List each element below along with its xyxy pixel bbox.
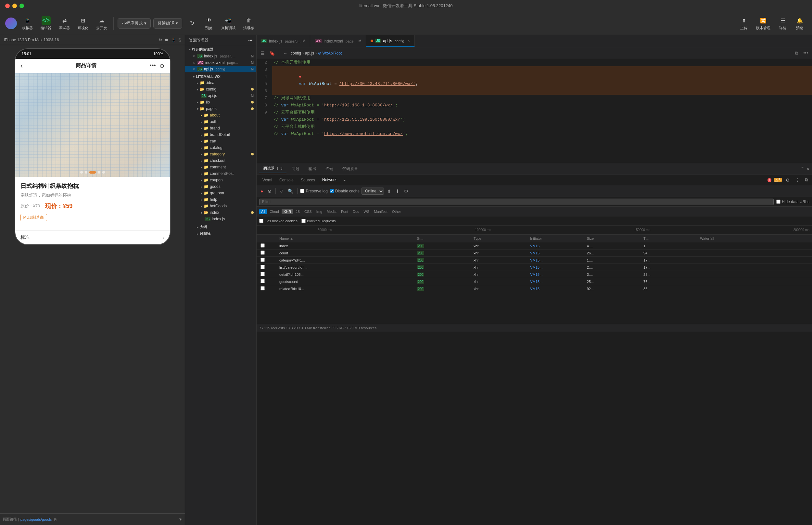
filter-css[interactable]: CSS	[302, 209, 314, 214]
close-icon[interactable]: ×	[408, 39, 410, 43]
net-row-goodscount[interactable]: goodscount 200 xhr VM15... 25... 76...	[257, 278, 812, 285]
folder-catalog[interactable]: ▸ 📁 catalog	[185, 145, 256, 151]
cloud-tool-button[interactable]: ☁ 云开发	[93, 15, 110, 32]
filter-icon[interactable]: ▽	[278, 188, 285, 194]
close-button[interactable]	[5, 3, 10, 8]
initiator-link[interactable]: VM15...	[530, 244, 542, 248]
filter-all[interactable]: All	[259, 209, 267, 214]
folder-category[interactable]: ▸ 📁 category	[185, 151, 256, 158]
filter-input[interactable]	[259, 198, 774, 205]
blocked-requests-input[interactable]	[301, 219, 306, 223]
preserve-log-input[interactable]	[300, 189, 304, 193]
hide-data-urls-input[interactable]	[776, 199, 781, 204]
row-checkbox[interactable]	[261, 243, 265, 247]
net-row-category[interactable]: category?id=1... 200 xhr VM15... 1.... 1…	[257, 257, 812, 264]
folder-lib[interactable]: ▸ 📁 lib	[185, 99, 256, 105]
folder-cart[interactable]: ▸ 📁 cart	[185, 138, 256, 145]
folder-auth[interactable]: ▸ 📁 auth	[185, 118, 256, 125]
folder-coupon[interactable]: ▸ 📁 coupon	[185, 177, 256, 183]
folder-branddetail[interactable]: ▸ 📁 brandDetail	[185, 131, 256, 138]
settings-icon[interactable]: ⚙	[784, 177, 791, 183]
clear-cache-button[interactable]: 🗑 清缓存	[241, 15, 257, 32]
dot-4[interactable]	[98, 171, 100, 174]
visual-tool-button[interactable]: ⊞ 可视化	[75, 15, 91, 32]
dot-5[interactable]	[102, 171, 105, 174]
folder-hotgoods[interactable]: ▸ 📁 hotGoods	[185, 203, 256, 209]
dt-tab-issues[interactable]: 问题	[288, 165, 303, 173]
folder-brand[interactable]: ▸ 📁 brand	[185, 125, 256, 131]
copy-path-icon[interactable]: ⎘	[54, 518, 57, 522]
export-icon[interactable]: ⬇	[394, 188, 401, 194]
net-row-list[interactable]: list?categoryId=... 200 xhr VM15... 2...…	[257, 264, 812, 271]
row-checkbox[interactable]	[261, 286, 265, 290]
eye-icon[interactable]: 👁	[179, 518, 182, 522]
close-devtools-icon[interactable]: ×	[807, 166, 809, 172]
breadcrumb-apijs[interactable]: api.js	[305, 51, 314, 56]
detail-button[interactable]: ☰ 详情	[775, 15, 790, 32]
copy-icon[interactable]: ⎘	[179, 38, 181, 42]
folder-help[interactable]: ▸ 📁 help	[185, 196, 256, 203]
filter-js[interactable]: JS	[294, 209, 302, 214]
col-time[interactable]: Ti...	[642, 237, 699, 240]
col-initiator[interactable]: Initiator	[529, 237, 585, 240]
file-apijs[interactable]: JS api.js M	[185, 92, 256, 99]
filetree-menu-icon[interactable]: •••	[248, 38, 252, 43]
phone-icon[interactable]: 📱	[171, 38, 176, 42]
preview-tool-button[interactable]: 👁 预览	[202, 15, 216, 32]
net-row-count[interactable]: count 200 xhr VM15... 26... 94...	[257, 250, 812, 257]
subtab-sources[interactable]: Sources	[298, 177, 318, 183]
close-icon[interactable]: ×	[193, 61, 195, 64]
upload-button[interactable]: ⬆ 上传	[737, 15, 751, 32]
initiator-link[interactable]: VM15...	[530, 266, 542, 269]
open-file-indexjs[interactable]: × JS index.js pages/u... M	[185, 53, 256, 59]
folder-about[interactable]: ▸ 📁 about	[185, 112, 256, 118]
hamburger-icon[interactable]: ☰	[259, 50, 266, 57]
folder-groupon[interactable]: ▸ 📁 groupon	[185, 190, 256, 196]
back-nav-icon[interactable]: ←	[281, 50, 289, 57]
blocked-cookies-input[interactable]	[259, 219, 263, 223]
mode-dropdown[interactable]: 小程序模式 ▾	[118, 18, 151, 29]
row-checkbox[interactable]	[261, 258, 265, 262]
dot-2[interactable]	[85, 171, 87, 174]
folder-checkout[interactable]: ▸ 📁 checkout	[185, 158, 256, 164]
record-icon[interactable]: ⏺	[165, 38, 169, 42]
filter-doc[interactable]: Doc	[351, 209, 361, 214]
brand-tag[interactable]: MUJI制造商	[20, 214, 47, 221]
project-root[interactable]: ▾ LITEMALL-WX	[185, 74, 256, 79]
simulator-tool-button[interactable]: 📱 模拟器	[19, 15, 35, 32]
filter-ws[interactable]: WS	[362, 209, 372, 214]
open-editors-section[interactable]: ▾ 打开的编辑器	[185, 46, 256, 53]
close-icon[interactable]: ×	[193, 68, 195, 71]
col-waterfall[interactable]: Waterfall	[699, 237, 809, 240]
refresh-icon[interactable]: ↻	[159, 38, 162, 42]
dt-tab-debugger[interactable]: 调试器 1, 3	[259, 165, 287, 173]
avatar[interactable]	[5, 17, 17, 29]
section-timeline[interactable]: ▸ 时间线	[185, 230, 256, 237]
filter-cloud[interactable]: Cloud	[267, 209, 281, 214]
folder-pages[interactable]: ▾ 📂 pages	[185, 105, 256, 112]
refresh-button[interactable]: ↻	[185, 17, 199, 29]
row-checkbox[interactable]	[261, 265, 265, 269]
open-file-apijs[interactable]: × JS api.js config M	[185, 66, 256, 72]
row-checkbox[interactable]	[261, 272, 265, 276]
hide-data-urls-checkbox[interactable]: Hide data URLs	[776, 199, 809, 204]
blocked-requests-label[interactable]: Blocked Requests	[301, 219, 336, 223]
tab-indexwxml[interactable]: WX index.wxml page... M	[310, 35, 366, 47]
initiator-link[interactable]: VM15...	[530, 258, 542, 262]
dt-tab-output[interactable]: 输出	[305, 165, 320, 173]
row-checkbox[interactable]	[261, 279, 265, 283]
chevron-up-icon[interactable]: ⌃	[800, 166, 804, 172]
subtab-wxml[interactable]: Wxml	[259, 177, 275, 183]
folder-goods[interactable]: ▸ 📁 goods	[185, 183, 256, 190]
folder-comment[interactable]: ▸ 📁 comment	[185, 164, 256, 170]
subtab-console[interactable]: Console	[276, 177, 297, 183]
col-name[interactable]: Name ▲	[278, 237, 416, 240]
minimize-button[interactable]	[12, 3, 17, 8]
tab-apijs[interactable]: JS api.js config ×	[366, 35, 415, 47]
filter-xhr[interactable]: XHR	[281, 209, 293, 214]
editor-tool-button[interactable]: </> 编辑器	[38, 15, 54, 32]
net-row-related[interactable]: related?id=10... 200 xhr VM15... 92... 3…	[257, 285, 812, 292]
close-icon[interactable]: ×	[193, 55, 195, 58]
dot-3[interactable]	[89, 171, 96, 174]
dt-tab-codequality[interactable]: 代码质量	[338, 165, 362, 173]
